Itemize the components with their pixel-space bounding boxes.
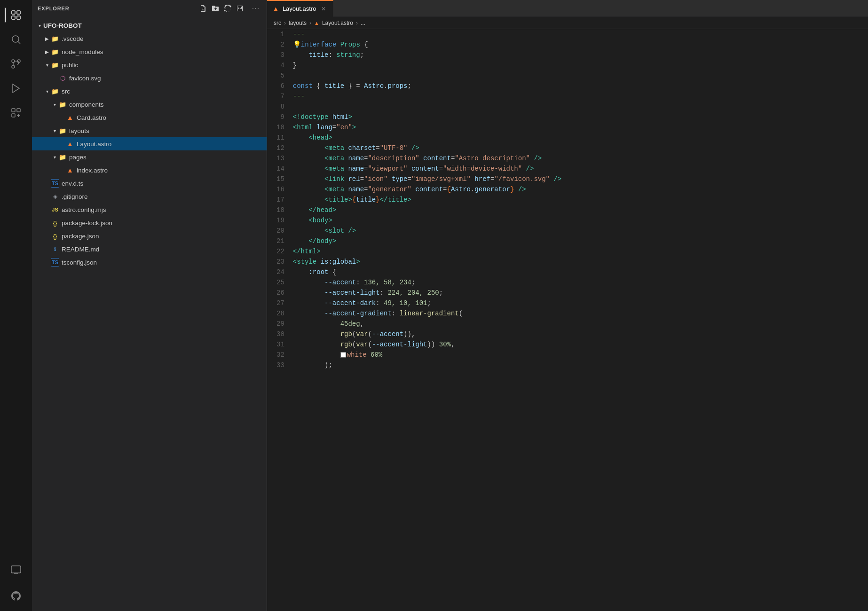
line-num-4: 4 [276, 60, 284, 70]
line-num-12: 12 [276, 143, 284, 153]
vscode-folder-icon: 📁 [51, 34, 59, 43]
collapse-all-button[interactable] [235, 3, 245, 14]
code-line-16: <meta name="generator" content={Astro.ge… [293, 184, 868, 195]
tree-item-readme[interactable]: ℹ README.md [32, 243, 267, 256]
vscode-label: .vscode [62, 35, 84, 42]
tree-item-package-json[interactable]: {} package.json [32, 229, 267, 243]
env-d-ts-label: env.d.ts [62, 180, 83, 187]
activity-bar [0, 0, 32, 611]
code-line-30: rgb(var(--accent)), [293, 329, 868, 339]
code-line-32: white 60% [293, 350, 868, 360]
line-num-5: 5 [276, 70, 284, 81]
run-debug-icon[interactable] [5, 77, 27, 100]
code-line-8 [293, 102, 868, 112]
github-icon[interactable] [5, 585, 27, 607]
breadcrumb-astro-icon: ▲ [314, 20, 319, 26]
public-folder-icon: 📁 [51, 61, 59, 69]
tree-item-pages[interactable]: ▾ 📁 pages [32, 150, 267, 164]
tree-item-components[interactable]: ▾ 📁 components [32, 98, 267, 111]
line-num-18: 18 [276, 205, 284, 215]
code-line-15: <link rel="icon" type="image/svg+xml" hr… [293, 174, 868, 184]
code-line-13: <meta name="description" content="Astro … [293, 153, 868, 164]
breadcrumb: src › layouts › ▲ Layout.astro › ... [267, 17, 868, 29]
editor-area: ▲ Layout.astro ✕ src › layouts › ▲ Layou… [267, 0, 868, 611]
tsconfig-label: tsconfig.json [62, 259, 97, 266]
remote-explorer-icon[interactable] [5, 558, 27, 581]
code-line-27: --accent-dark: 49, 10, 101; [293, 298, 868, 308]
tab-close-button[interactable]: ✕ [320, 5, 327, 13]
code-line-10: <html lang="en"> [293, 122, 868, 133]
breadcrumb-src[interactable]: src [274, 20, 281, 26]
new-folder-button[interactable] [210, 3, 221, 14]
tree-item-src[interactable]: ▾ 📁 src [32, 85, 267, 98]
line-num-7: 7 [276, 91, 284, 102]
tree-item-tsconfig[interactable]: TS tsconfig.json [32, 256, 267, 269]
code-line-28: --accent-gradient: linear-gradient( [293, 308, 868, 319]
code-line-29: 45deg, [293, 319, 868, 329]
svg-point-8 [12, 65, 15, 68]
public-arrow: ▾ [43, 61, 51, 69]
tree-item-public[interactable]: ▾ 📁 public [32, 58, 267, 71]
breadcrumb-sep-1: › [284, 20, 286, 26]
tree-root-ufo-robot[interactable]: ▾ UFO-ROBOT [32, 19, 267, 32]
code-line-14: <meta name="viewport" content="width=dev… [293, 164, 868, 174]
node-modules-arrow: ▶ [43, 48, 51, 55]
package-lock-label: package-lock.json [62, 219, 112, 227]
tree-item-layouts[interactable]: ▾ 📁 layouts [32, 124, 267, 137]
line-num-28: 28 [276, 308, 284, 319]
gitignore-label: .gitignore [62, 193, 88, 200]
line-num-29: 29 [276, 319, 284, 329]
tree-item-gitignore[interactable]: ◈ .gitignore [32, 190, 267, 203]
tree-item-card-astro[interactable]: ▲ Card.astro [32, 111, 267, 124]
line-num-30: 30 [276, 329, 284, 339]
pages-label: pages [69, 154, 87, 161]
tree-item-astro-config[interactable]: JS astro.config.mjs [32, 203, 267, 216]
svg-rect-1 [17, 11, 20, 14]
svg-rect-2 [12, 16, 15, 19]
extensions-icon[interactable] [5, 102, 27, 124]
code-content[interactable]: --- 💡interface Props { title: string; } … [291, 29, 868, 611]
favicon-label: favicon.svg [69, 75, 101, 82]
svg-marker-9 [13, 84, 19, 93]
tree-item-vscode[interactable]: ▶ 📁 .vscode [32, 32, 267, 45]
new-file-button[interactable] [198, 3, 208, 14]
components-arrow: ▾ [51, 101, 58, 108]
line-num-14: 14 [276, 164, 284, 174]
code-editor[interactable]: 1 2 3 4 5 6 7 8 9 10 11 12 13 14 15 16 1… [267, 29, 868, 611]
tree-item-node-modules[interactable]: ▶ 📁 node_modules [32, 45, 267, 58]
tab-layout-astro-label: Layout.astro [283, 5, 316, 12]
code-line-23: <style is:global> [293, 257, 868, 267]
tree-item-layout-astro[interactable]: ▲ Layout.astro [32, 137, 267, 150]
more-actions-button[interactable]: ··· [251, 3, 261, 14]
svg-rect-13 [11, 566, 21, 573]
vscode-arrow: ▶ [43, 35, 51, 42]
code-line-24: :root { [293, 267, 868, 277]
breadcrumb-dots[interactable]: ... [361, 20, 365, 26]
svg-rect-3 [17, 16, 20, 19]
tree-item-favicon[interactable]: ⬡ favicon.svg [32, 71, 267, 85]
tree-item-env-d-ts[interactable]: TS env.d.ts [32, 177, 267, 190]
pages-folder-icon: 📁 [58, 153, 67, 161]
line-num-25: 25 [276, 277, 284, 288]
breadcrumb-layouts[interactable]: layouts [289, 20, 307, 26]
code-line-18: </head> [293, 205, 868, 215]
layouts-arrow: ▾ [51, 127, 58, 134]
tab-layout-astro-icon: ▲ [273, 5, 279, 12]
source-control-icon[interactable] [5, 53, 27, 75]
code-line-21: </body> [293, 236, 868, 246]
refresh-button[interactable] [222, 3, 233, 14]
tab-layout-astro[interactable]: ▲ Layout.astro ✕ [267, 0, 333, 17]
breadcrumb-layout-astro[interactable]: Layout.astro [322, 20, 353, 26]
code-line-2: 💡interface Props { [293, 39, 868, 50]
search-icon[interactable] [5, 28, 27, 51]
card-astro-icon: ▲ [66, 113, 74, 122]
sidebar: EXPLORER [32, 0, 267, 611]
breadcrumb-sep-3: › [356, 20, 358, 26]
code-line-4: } [293, 60, 868, 70]
tree-item-index-astro[interactable]: ▲ index.astro [32, 164, 267, 177]
layouts-label: layouts [69, 127, 89, 134]
tree-item-package-lock[interactable]: {} package-lock.json [32, 216, 267, 229]
code-line-1: --- [293, 29, 868, 39]
explorer-icon[interactable] [5, 4, 27, 26]
svg-rect-0 [12, 11, 15, 14]
